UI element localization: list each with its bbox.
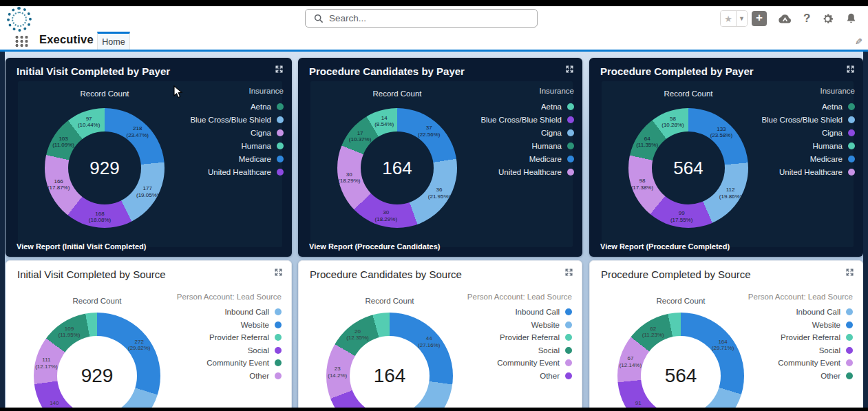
legend-swatch — [275, 334, 282, 341]
tab-home[interactable]: Home — [97, 32, 130, 50]
legend-item-label: Blue Cross/Blue Shield — [761, 116, 843, 124]
legend-item: Social — [467, 344, 572, 357]
legend-swatch — [846, 359, 853, 366]
legend-item: Aetna — [190, 100, 284, 113]
favorite-star-icon[interactable]: ★ — [721, 11, 736, 26]
donut-total: 929 — [68, 131, 141, 204]
donut-total: 164 — [361, 131, 434, 204]
help-icon[interactable]: ? — [803, 12, 810, 25]
slice-label: 272(29.82%) — [128, 338, 150, 351]
legend-swatch — [848, 156, 855, 162]
view-report-link[interactable]: View Report (Procedure Completed) — [600, 242, 730, 251]
slice-label: 103(11.09%) — [52, 135, 74, 148]
widget-title: Procedure Candidates by Source — [310, 268, 462, 280]
legend-title: Insurance — [190, 87, 284, 95]
legend-item: Inbound Call — [748, 306, 853, 319]
view-report-link[interactable]: View Report (Initial Visit Completed) — [17, 242, 146, 251]
chart-legend: Person Account: Lead SourceInbound CallW… — [467, 293, 572, 382]
legend-item: Humana — [190, 139, 284, 152]
chart-legend: InsuranceAetnaBlue Cross/Blue ShieldCign… — [480, 87, 574, 178]
legend-swatch — [846, 322, 853, 328]
legend-item: Social — [177, 344, 282, 357]
legend-item-label: Medicare — [810, 155, 843, 163]
legend-item: Provider Referral — [748, 331, 853, 344]
widget-procedure-candidates-by-payer: Procedure Candidates by Payer View Repor… — [298, 58, 582, 257]
page-edge-left — [0, 52, 5, 411]
legend-swatch — [277, 156, 284, 162]
legend-swatch — [565, 322, 572, 328]
legend-item: Medicare — [761, 152, 855, 165]
slice-label: 166(17.87%) — [47, 178, 70, 191]
slice-label: 23(14.2%) — [328, 366, 347, 379]
slice-label: 67(12.14%) — [620, 355, 642, 368]
legend-item-label: Provider Referral — [209, 333, 269, 341]
widget-initial-visit-by-source: Initial Visit Completed by Source Record… — [6, 260, 292, 411]
slice-label: 62(11.23%) — [642, 325, 664, 338]
expand-widget-button[interactable] — [844, 268, 855, 279]
slice-label: 112(19.86%) — [719, 187, 741, 200]
expand-widget-button[interactable] — [273, 65, 284, 76]
legend-item-label: Blue Cross/Blue Shield — [480, 116, 562, 124]
legend-swatch — [277, 169, 284, 176]
notifications-bell-icon[interactable] — [845, 12, 857, 25]
legend-swatch — [846, 334, 853, 341]
legend-swatch — [565, 347, 572, 354]
legend-item-label: Provider Referral — [781, 333, 840, 341]
record-count-label: Record Count — [81, 89, 129, 98]
expand-widget-button[interactable] — [273, 268, 284, 279]
record-count-label: Record Count — [373, 89, 422, 98]
legend-title: Person Account: Lead Source — [467, 293, 572, 301]
legend-title: Insurance — [761, 87, 855, 95]
legend-item-label: Humana — [532, 142, 562, 150]
record-count-label: Record Count — [657, 297, 706, 305]
slice-label: 164(29.71%) — [712, 338, 734, 351]
chart-legend: Person Account: Lead SourceInbound CallW… — [177, 293, 282, 382]
widget-title: Initial Visit Completed by Source — [17, 268, 166, 280]
legend-item-label: Community Event — [778, 359, 840, 367]
view-report-link[interactable]: View Report (Procedure Candidates) — [309, 242, 441, 251]
legend-item-label: Social — [819, 346, 840, 355]
legend-swatch — [277, 103, 284, 110]
legend-item-label: Other — [540, 372, 560, 380]
mouse-cursor — [173, 85, 183, 98]
legend-swatch — [567, 143, 574, 149]
record-count-label: Record Count — [664, 89, 713, 98]
edit-dashboard-icon[interactable]: ✎ — [855, 36, 862, 47]
slice-label: 177(19.05%) — [136, 185, 158, 198]
legend-item-label: Website — [531, 321, 560, 329]
expand-widget-button[interactable] — [564, 65, 575, 76]
expand-widget-button[interactable] — [845, 65, 856, 76]
app-launcher-icon[interactable] — [14, 35, 28, 47]
legend-swatch — [567, 129, 574, 136]
legend-swatch — [846, 372, 853, 379]
legend-item: Community Event — [748, 357, 853, 370]
legend-item: Medicare — [480, 152, 574, 165]
guidance-center-icon[interactable] — [778, 13, 792, 24]
legend-item-label: Medicare — [529, 155, 562, 163]
legend-swatch — [565, 308, 572, 315]
global-search[interactable] — [305, 9, 538, 28]
setup-gear-icon[interactable] — [821, 12, 834, 25]
legend-item-label: Aetna — [251, 103, 271, 111]
legend-item: Website — [467, 319, 572, 332]
legend-swatch — [848, 103, 855, 110]
search-input[interactable] — [329, 13, 515, 23]
favorites-dropdown-icon[interactable]: ▼ — [736, 11, 747, 26]
legend-item-label: Social — [538, 346, 560, 355]
slice-label: 44(27.16%) — [418, 335, 440, 348]
legend-item: Cigna — [190, 126, 284, 139]
favorites-control[interactable]: ★ ▼ — [720, 10, 748, 27]
legend-title: Person Account: Lead Source — [748, 293, 853, 301]
global-actions-icon[interactable]: + — [752, 11, 767, 26]
slice-label: 111(12.17%) — [35, 357, 57, 370]
legend-swatch — [567, 156, 574, 162]
legend-item-label: Aetna — [822, 103, 843, 111]
legend-swatch — [275, 372, 282, 379]
legend-item: Website — [748, 319, 853, 332]
legend-item: Inbound Call — [467, 306, 572, 319]
widget-procedure-completed-by-payer: Procedure Completed by Payer View Report… — [589, 58, 863, 257]
expand-widget-button[interactable] — [563, 268, 574, 279]
chart-legend: InsuranceAetnaBlue Cross/Blue ShieldCign… — [761, 87, 855, 178]
legend-swatch — [848, 129, 855, 136]
legend-item-label: United Healthcare — [498, 168, 562, 176]
